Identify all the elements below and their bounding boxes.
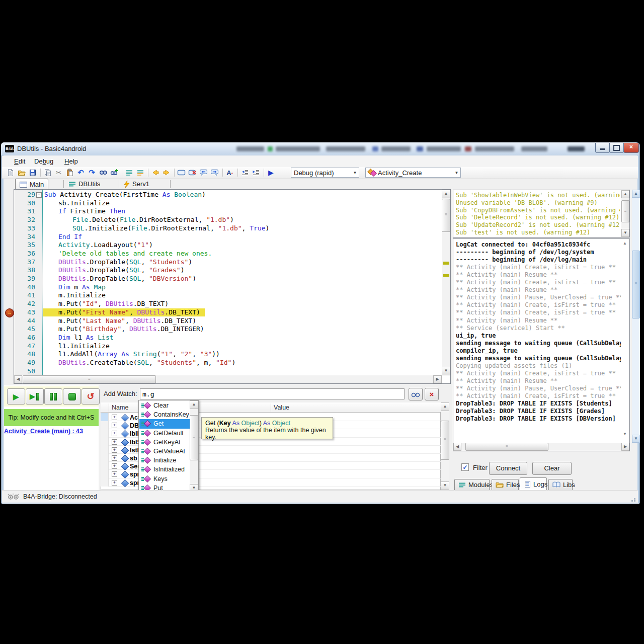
row-selector[interactable] <box>101 446 109 454</box>
scroll-down-icon[interactable]: ▼ <box>623 432 627 436</box>
scroll-left-icon[interactable]: ◀ <box>14 375 22 383</box>
autocomplete-item-isinitialized[interactable]: IsInitialized <box>139 465 190 474</box>
uncomment-icon[interactable] <box>136 169 144 177</box>
scroll-up-icon[interactable]: ▲ <box>623 241 627 246</box>
scroll-up-icon[interactable]: ▲ <box>441 403 449 411</box>
redo-icon[interactable]: ↷ <box>88 169 96 177</box>
menu-item-help[interactable]: Help <box>61 157 81 166</box>
scroll-down-icon[interactable]: ▼ <box>441 481 449 490</box>
row-selector[interactable] <box>101 462 109 470</box>
autocomplete-item-clear[interactable]: Clear <box>139 401 190 410</box>
scroll-down-icon[interactable]: ▼ <box>442 367 450 375</box>
filter-checkbox[interactable]: ✓ <box>461 463 469 471</box>
fold-toggle-icon[interactable]: − <box>36 192 42 198</box>
row-selector[interactable] <box>101 454 109 462</box>
autocomplete-item-containskey[interactable]: ContainsKey <box>139 410 190 419</box>
column-header-name[interactable]: Name <box>112 404 128 411</box>
tab-dbutils[interactable]: DBUtils <box>68 179 100 189</box>
tab-serv1[interactable]: Serv1 <box>124 179 149 189</box>
comment-icon[interactable] <box>125 169 133 177</box>
find-add-icon[interactable] <box>110 169 118 177</box>
connect-button[interactable]: Connect <box>489 462 527 475</box>
watch-search-button[interactable] <box>409 388 423 400</box>
tab-main[interactable]: Main <box>15 179 48 190</box>
target-sub-select[interactable]: Activity_Create▼ <box>365 168 461 178</box>
watch-vscroll-thumb[interactable]: ≡ <box>441 421 449 460</box>
play-to-cursor-button[interactable]: ▶ <box>26 388 44 405</box>
maximize-button[interactable] <box>609 143 624 153</box>
restart-button[interactable]: ↺ <box>82 388 100 405</box>
expand-icon[interactable]: + <box>112 415 117 420</box>
menu-item-edit[interactable]: Edit <box>11 157 28 166</box>
scroll-up-icon[interactable]: ▲ <box>632 190 640 198</box>
designer-icon[interactable] <box>177 169 186 177</box>
nav-forward-icon[interactable] <box>162 169 171 177</box>
close-button[interactable]: × <box>623 143 639 153</box>
cut-icon[interactable]: ✂ <box>54 169 63 177</box>
designer-close-icon[interactable] <box>188 169 197 177</box>
scroll-left-icon[interactable]: ◀ <box>453 443 461 451</box>
row-selector[interactable] <box>101 438 109 446</box>
autocomplete-item-getvalueat[interactable]: GetValueAt <box>139 447 190 456</box>
row-selector[interactable] <box>101 413 109 421</box>
dropdown-vscroll-thumb[interactable]: ≡ <box>190 415 198 460</box>
bubble-prev-icon[interactable] <box>199 169 208 177</box>
copy-icon[interactable] <box>43 169 52 177</box>
scroll-down-icon[interactable]: ▼ <box>621 229 629 237</box>
current-sub-link[interactable]: Activity_Create (main) : 43 <box>4 428 83 435</box>
bubble-next-icon[interactable] <box>210 169 219 177</box>
pause-button[interactable] <box>44 388 62 405</box>
column-header-value[interactable]: Value <box>274 404 289 411</box>
expand-icon[interactable]: + <box>112 423 117 428</box>
editor-vscroll-thumb[interactable]: ≡ <box>442 199 450 232</box>
new-file-icon[interactable] <box>6 169 15 177</box>
scroll-down-icon[interactable]: ▼ <box>632 435 640 443</box>
row-selector[interactable] <box>101 478 109 487</box>
stop-button[interactable] <box>63 388 81 405</box>
expand-icon[interactable]: + <box>112 463 117 469</box>
autocomplete-item-getkeyat[interactable]: GetKeyAt <box>139 438 190 447</box>
scroll-up-icon[interactable]: ▲ <box>621 190 629 198</box>
panel-tab-files[interactable]: Files <box>492 479 519 491</box>
row-selector[interactable] <box>101 429 109 437</box>
scroll-right-icon[interactable]: ▶ <box>433 375 442 383</box>
panel-vscroll-thumb[interactable]: ≡ <box>632 251 640 318</box>
minimize-button[interactable] <box>595 143 610 153</box>
scroll-right-icon[interactable]: ▶ <box>621 443 629 451</box>
scroll-up-icon[interactable]: ▲ <box>442 190 450 198</box>
expand-icon[interactable]: + <box>112 431 117 436</box>
nav-back-icon[interactable] <box>151 169 159 177</box>
expand-icon[interactable]: + <box>112 447 117 453</box>
open-project-icon[interactable] <box>17 169 26 177</box>
font-size-icon[interactable]: A* <box>225 169 234 177</box>
build-mode-select[interactable]: Debug (rapid)▼ <box>291 168 359 178</box>
editor-hscroll-thumb[interactable]: ≡ <box>23 375 156 383</box>
watch-input[interactable] <box>140 388 405 399</box>
scroll-up-icon[interactable]: ▲ <box>190 400 198 409</box>
warnings-vscroll-thumb[interactable]: ≡ <box>621 200 629 222</box>
panel-tab-modules[interactable]: Modules <box>454 479 490 491</box>
expand-icon[interactable]: + <box>112 439 117 445</box>
play-button[interactable]: ▶ <box>7 388 25 405</box>
expand-icon[interactable]: + <box>112 480 117 486</box>
autocomplete-item-keys[interactable]: Keys <box>139 474 190 484</box>
panel-tab-libs[interactable]: Libs <box>548 479 573 491</box>
menu-item-debug[interactable]: Debug <box>31 157 56 166</box>
logcat-hscroll-thumb[interactable]: ≡ <box>465 443 548 451</box>
clear-button[interactable]: Clear <box>532 462 572 475</box>
watch-delete-button[interactable]: × <box>425 388 439 400</box>
indent-icon[interactable] <box>252 169 260 177</box>
run-icon[interactable]: ▶ <box>267 169 275 177</box>
expand-icon[interactable]: + <box>112 455 117 461</box>
find-icon[interactable] <box>99 169 107 177</box>
expand-icon[interactable]: + <box>112 471 117 477</box>
outdent-icon[interactable] <box>240 169 249 177</box>
row-selector[interactable] <box>101 421 109 429</box>
panel-tab-logs[interactable]: Logs <box>520 477 547 491</box>
row-selector[interactable] <box>101 470 109 478</box>
autocomplete-item-get[interactable]: Get <box>139 419 190 428</box>
paste-icon[interactable] <box>65 169 74 177</box>
autocomplete-item-initialize[interactable]: Initialize <box>139 456 190 465</box>
autocomplete-item-getdefault[interactable]: GetDefault <box>139 429 190 438</box>
undo-icon[interactable]: ↶ <box>76 169 85 177</box>
